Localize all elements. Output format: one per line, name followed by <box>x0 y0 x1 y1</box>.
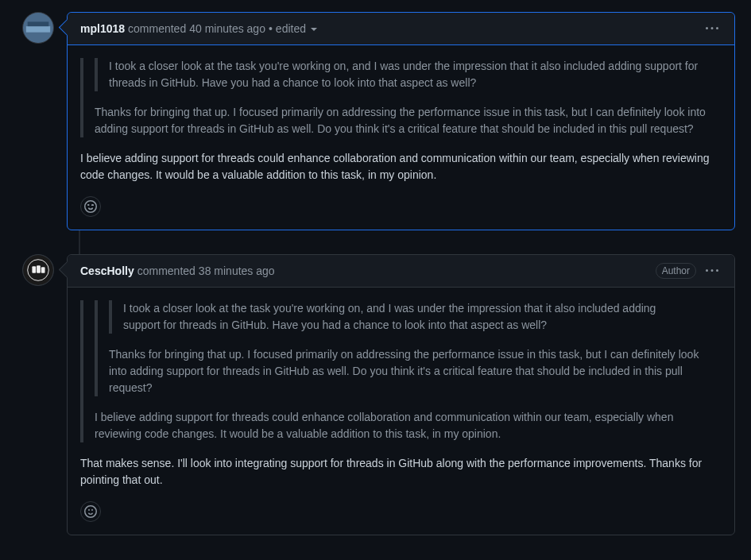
comment-text: That makes sense. I'll look into integra… <box>80 455 722 489</box>
blockquote-nested: I took a closer look at the task you're … <box>95 300 710 396</box>
comment-header-left: CescHolly commented 38 minutes ago <box>80 263 275 280</box>
reaction-bar <box>80 196 722 217</box>
comment-text: I believe adding support for threads cou… <box>80 150 722 183</box>
comment-timestamp[interactable]: 40 minutes ago <box>189 21 265 37</box>
comment-header: CescHolly commented 38 minutes ago Autho… <box>68 255 734 288</box>
commented-label: commented <box>128 21 186 37</box>
svg-point-4 <box>92 204 94 206</box>
comment-header: mpl1018 commented 40 minutes ago • edite… <box>68 13 734 45</box>
add-reaction-button[interactable] <box>80 196 101 217</box>
svg-rect-9 <box>41 267 45 273</box>
author-badge: Author <box>656 263 696 279</box>
smiley-icon <box>84 505 97 518</box>
comment-box: CescHolly commented 38 minutes ago Autho… <box>67 254 735 535</box>
comment-body: I took a closer look at the task you're … <box>68 45 734 230</box>
comment-body: I took a closer look at the task you're … <box>68 288 734 535</box>
kebab-icon <box>706 265 718 277</box>
reaction-bar <box>80 501 722 522</box>
separator: • <box>269 21 273 37</box>
blockquote: I took a closer look at the task you're … <box>80 300 722 442</box>
author-link[interactable]: mpl1018 <box>80 21 125 37</box>
svg-rect-1 <box>26 26 50 33</box>
timeline: mpl1018 commented 40 minutes ago • edite… <box>16 12 735 535</box>
comment-timestamp[interactable]: 38 minutes ago <box>199 263 275 280</box>
comment-box: mpl1018 commented 40 minutes ago • edite… <box>67 12 735 230</box>
blockquote: I took a closer look at the task you're … <box>80 58 722 137</box>
comment-header-right: Author <box>656 261 722 280</box>
comment-item: CescHolly commented 38 minutes ago Autho… <box>16 254 735 535</box>
svg-rect-7 <box>32 266 36 273</box>
svg-rect-8 <box>37 265 41 273</box>
commented-label: commented <box>137 263 195 280</box>
comment-item: mpl1018 commented 40 minutes ago • edite… <box>16 12 735 230</box>
comment-menu-button[interactable] <box>703 19 722 38</box>
smiley-icon <box>84 200 97 213</box>
edited-label: edited <box>276 22 306 35</box>
quote-text: I took a closer look at the task you're … <box>123 300 688 334</box>
comment-header-right <box>703 19 722 38</box>
avatar[interactable] <box>22 254 54 286</box>
edited-dropdown[interactable]: edited <box>276 21 317 37</box>
blockquote-nested-2: I took a closer look at the task you're … <box>109 300 699 334</box>
quote-text: I took a closer look at the task you're … <box>109 58 699 91</box>
quote-text: I believe adding support for threads cou… <box>95 409 710 442</box>
quote-text: Thanks for bringing that up. I focused p… <box>95 104 710 137</box>
svg-point-3 <box>88 204 90 206</box>
caret-down-icon <box>311 28 317 31</box>
author-link[interactable]: CescHolly <box>80 263 134 280</box>
add-reaction-button[interactable] <box>80 501 101 522</box>
blockquote-nested: I took a closer look at the task you're … <box>95 58 710 91</box>
avatar[interactable] <box>22 12 54 44</box>
svg-rect-2 <box>28 21 49 26</box>
comment-menu-button[interactable] <box>703 261 722 280</box>
kebab-icon <box>706 22 718 35</box>
comment-header-left: mpl1018 commented 40 minutes ago • edite… <box>80 21 317 37</box>
quote-text: Thanks for bringing that up. I focused p… <box>109 346 699 396</box>
